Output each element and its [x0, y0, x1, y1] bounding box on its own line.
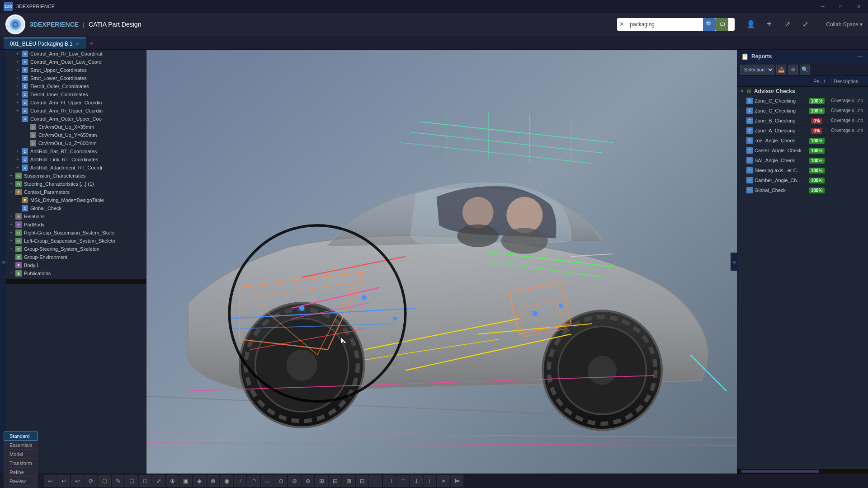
report-row[interactable]: CZone_C_Checking100%Coverage o...no	[737, 96, 868, 106]
tree-item-antiroll-bar[interactable]: +CAntiRoll_Bar_RT_Coordinates	[6, 147, 146, 155]
report-row[interactable]: CZone_C_Checking100%Coverage o...no	[737, 106, 868, 116]
bottom-tab-standard[interactable]: Standard	[4, 432, 38, 441]
toolbar-icon-17[interactable]: ⊙	[274, 475, 287, 487]
tree-item-suspension-char[interactable]: +GSuspension_Characteristics	[6, 172, 146, 180]
toolbar-icon-2[interactable]: ↩	[71, 475, 84, 487]
add-icon[interactable]: +	[762, 17, 776, 32]
bottom-tab-structure[interactable]: Structure	[4, 486, 38, 488]
tree-item-partbody[interactable]: +PPartBody	[6, 221, 146, 229]
close-button[interactable]: ✕	[850, 0, 868, 13]
toolbar-icon-1[interactable]: ↩	[57, 475, 70, 487]
collab-space[interactable]: Collab Space ▾	[826, 21, 863, 28]
toolbar-icon-7[interactable]: □	[139, 475, 151, 487]
report-row[interactable]: CGlobal_Check100%	[737, 185, 868, 195]
tab-main[interactable]: 001_BLEU Packaging B.1 ✕	[4, 38, 86, 49]
tree-item-control-arm-outer-low[interactable]: +CControl_Arm_Outer_Low_Coord	[6, 58, 146, 66]
tree-item-control-arm-ft-upper[interactable]: +CControl_Arm_Ft_Upper_Coordin	[6, 99, 146, 107]
bottom-tab-essentials[interactable]: Essentials	[4, 441, 38, 450]
tree-item-body-1[interactable]: PBody.1	[6, 261, 146, 269]
bottom-tab-refine[interactable]: Refine	[4, 468, 38, 477]
tree-item-left-group[interactable]: +GLeft-Group_Suspension_System_Skeleto	[6, 237, 146, 245]
toolbar-icon-30[interactable]: ⊨	[451, 475, 463, 487]
tree-item-ctrarmout-x[interactable]: |CtrArmOut_Up_X=35mm	[6, 123, 146, 131]
tree-item-context-params[interactable]: +FContext_Parameters	[6, 188, 146, 196]
toolbar-icon-10[interactable]: ▣	[179, 475, 192, 487]
report-row[interactable]: CCaster_Angle_Check100%	[737, 145, 868, 155]
tree-item-strut-lower[interactable]: +CStrut_Lower_Coordinates	[6, 74, 146, 82]
report-row[interactable]: CCamber_Angle_Check100%	[737, 175, 868, 185]
reports-dropdown[interactable]: Selection	[740, 65, 774, 75]
tree-item-control-arm-outer-upper[interactable]: -CControl_Arm_Outer_Upper_Coo	[6, 115, 146, 123]
search-submit-button[interactable]: 🔍	[703, 18, 716, 31]
tree-scrollbar[interactable]	[6, 279, 146, 284]
bottom-tab-transform[interactable]: Transform	[4, 459, 38, 468]
toolbar-icon-12[interactable]: ⊗	[207, 475, 219, 487]
reports-scrollbar[interactable]	[737, 468, 868, 474]
toolbar-icon-26[interactable]: ⊤	[396, 475, 409, 487]
toolbar-icon-8[interactable]: ⤢	[152, 475, 165, 487]
toolbar-icon-4[interactable]: ⬡	[98, 475, 111, 487]
toolbar-icon-5[interactable]: ✎	[112, 475, 124, 487]
report-row[interactable]: CZone_B_Checking0%Coverage o...no	[737, 116, 868, 126]
toolbar-icon-11[interactable]: ◈	[193, 475, 206, 487]
toolbar-icon-21[interactable]: ⊟	[329, 475, 341, 487]
left-panel-handle[interactable]: ◀	[0, 50, 6, 474]
tree-item-tierod-inner[interactable]: +CTierod_Inner_Coordinates	[6, 90, 146, 99]
toolbar-icon-24[interactable]: ⊢	[369, 475, 382, 487]
toolbar-icon-9[interactable]: ⊕	[166, 475, 179, 487]
toolbar-icon-25[interactable]: ⊣	[383, 475, 396, 487]
search-clear-button[interactable]: ✕	[617, 18, 626, 31]
toolbar-icon-16[interactable]: ⌓	[261, 475, 274, 487]
toolbar-icon-23[interactable]: ⊡	[356, 475, 368, 487]
right-panel-toggle[interactable]: ◀	[731, 253, 737, 271]
tree-item-tierod-outer[interactable]: +CTierod_Outer_Coordinates	[6, 82, 146, 90]
tree-item-group-steering[interactable]: +GGroup-Steering_System_Skeleton	[6, 245, 146, 253]
reports-toolbar-btn2[interactable]: ⚙	[788, 65, 798, 75]
toolbar-icon-20[interactable]: ⊞	[315, 475, 328, 487]
toolbar-icon-22[interactable]: ⊠	[342, 475, 355, 487]
toolbar-icon-27[interactable]: ⊥	[410, 475, 423, 487]
reports-collapse-button[interactable]: —	[855, 52, 864, 61]
tree-item-publications[interactable]: +GPublications	[6, 269, 146, 277]
tree-item-msk-driving[interactable]: FMSk_Driving_Mode=DesignTable	[6, 196, 146, 204]
toolbar-icon-14[interactable]: ⟋	[234, 475, 246, 487]
tree-item-global-check[interactable]: CGlobal_Check	[6, 204, 146, 212]
tree-item-antiroll-link[interactable]: +CAntiRoll_Link_RT_Coordinates	[6, 155, 146, 164]
toolbar-icon-19[interactable]: ⊛	[302, 475, 314, 487]
share-icon[interactable]: ↗	[780, 17, 794, 32]
reports-toolbar-btn3[interactable]: 🔍	[800, 65, 810, 75]
tree-item-strut-upper[interactable]: +CStrut_Upper_Coordinates	[6, 66, 146, 74]
toolbar-icon-29[interactable]: ⊧	[437, 475, 450, 487]
tree-item-control-arm-rr-low[interactable]: +CControl_Arm_Rr_Low_Coordinat	[6, 50, 146, 58]
tree-item-steering-char[interactable]: +GSteering_Characteristics [...] (1)	[6, 180, 146, 188]
toolbar-icon-6[interactable]: ⬡	[125, 475, 138, 487]
toolbar-icon-3[interactable]: ⟳	[85, 475, 97, 487]
toolbar-icon-0[interactable]: ↩	[44, 475, 57, 487]
report-row[interactable]: CSAI_Angle_Check100%	[737, 155, 868, 165]
add-tab-button[interactable]: +	[86, 38, 97, 49]
search-bar[interactable]: ✕ 🔍 🏷	[617, 18, 735, 31]
report-row[interactable]: CSteering axis...er Control_Arm100%	[737, 165, 868, 175]
tab-close-icon[interactable]: ✕	[75, 42, 79, 47]
viewport[interactable]: X Z Y ◀	[146, 50, 737, 474]
tree-item-control-arm-rr-upper[interactable]: +CControl_Arm_Rr_Upper_Coordin	[6, 107, 146, 115]
toolbar-icon-15[interactable]: ◠	[247, 475, 260, 487]
tree-item-right-group[interactable]: +GRight-Group_Suspension_System_Skele	[6, 229, 146, 237]
advisor-checks-section[interactable]: ▼ ⊞ Advisor Checks	[737, 87, 868, 96]
tree-item-ctrarmout-z[interactable]: |CtrArmOut_Up_Z=600mm	[6, 139, 146, 147]
maximize-button[interactable]: □	[832, 0, 850, 13]
tree-item-group-environment[interactable]: GGroup-Environment	[6, 253, 146, 261]
reports-scrollbar-thumb[interactable]	[741, 470, 819, 473]
expand-icon[interactable]: ⤢	[798, 17, 812, 32]
toolbar-icon-18[interactable]: ⊘	[288, 475, 301, 487]
report-row[interactable]: CZone_A_Checking0%Coverage o...no	[737, 126, 868, 136]
tag-button[interactable]: 🏷	[716, 18, 728, 31]
reports-toolbar-btn1[interactable]: 📤	[776, 65, 786, 75]
report-row[interactable]: CToe_Angle_Check100%	[737, 136, 868, 145]
bottom-tab-model[interactable]: Model	[4, 450, 38, 459]
search-input[interactable]	[626, 19, 703, 30]
tree-item-ctrarmout-y[interactable]: |CtrArmOut_Up_Y=650mm	[6, 131, 146, 139]
toolbar-icon-13[interactable]: ◉	[220, 475, 233, 487]
user-icon[interactable]: 👤	[744, 17, 758, 32]
tree-item-relations[interactable]: +RRelations	[6, 212, 146, 221]
